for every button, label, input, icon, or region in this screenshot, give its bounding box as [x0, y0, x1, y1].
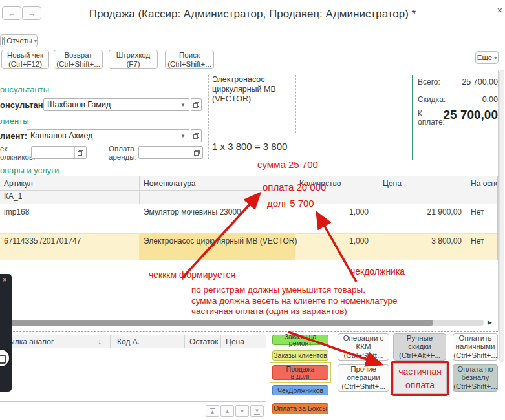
col-header-base[interactable]: На основе [471, 179, 497, 188]
clients-group-label[interactable]: лиенты [0, 116, 29, 126]
choose-icon[interactable] [74, 147, 86, 158]
barcode-shortcut: (F7) [126, 59, 140, 68]
chevron-down-icon[interactable]: ▼ [177, 99, 189, 110]
row-price: 3 800,00 [375, 236, 462, 246]
divider [502, 362, 502, 419]
bar-icon [254, 414, 260, 415]
horizontal-scrollbar-thumb[interactable] [0, 320, 433, 326]
row-articul: 67114335 /201701747 [4, 236, 81, 246]
chevron-down-icon[interactable]: ▼ [177, 130, 189, 142]
barcode-label: Штрихкод [116, 50, 150, 59]
pay-cashless-label-2: безналу [461, 373, 489, 383]
partial-payment-label-1: частичная [398, 365, 442, 379]
partial-payment-label-2: оплата [405, 379, 435, 392]
annotation-check-kkm: чекккм формируется [149, 269, 235, 280]
col-header-name[interactable]: Номенклатура [144, 179, 196, 188]
new-check-shortcut: (Ctrl+F12) [8, 59, 42, 68]
repair-orders-button[interactable]: Заказы на ремонт [272, 335, 328, 345]
annotation-note-line2: сумма должна весеть на клиенте по номенк… [191, 296, 398, 307]
nav-next-button[interactable]: ▼ [235, 405, 249, 417]
choose-icon[interactable] [191, 147, 202, 158]
col-header-analog-stock[interactable]: Остаток [189, 337, 218, 346]
reports-label: Отчеты [6, 37, 32, 45]
partial-payment-button[interactable]: частичная оплата [393, 363, 447, 394]
box-payment-button[interactable]: Оплата за Боксы [272, 403, 328, 414]
client-orders-button[interactable]: Заказы клиентов [272, 350, 328, 361]
search-button[interactable]: Поиск (Ctrl+Shift+... [165, 50, 214, 69]
annotation-debt: долг 5 700 [267, 198, 314, 209]
close-icon[interactable]: × [3, 276, 6, 284]
row-price: 21 900,00 [375, 207, 462, 216]
row-qty: 1,000 [295, 236, 369, 246]
divider [184, 335, 185, 348]
table-row-selected[interactable]: 67114335 /201701747 Электронасос циркуля… [0, 234, 497, 260]
consultants-group-label[interactable]: онсультанты [0, 85, 49, 94]
chevron-down-icon: ▾ [34, 38, 37, 44]
refund-button[interactable]: Возврат (Ctrl+Shift+... [54, 50, 103, 69]
overlay-widget-panel[interactable]: × [0, 274, 12, 392]
client-pick-button[interactable] [191, 129, 202, 142]
pay-cashless-label-1: Оплата по [457, 365, 493, 374]
kkm-operations-label-1: Операции с [343, 334, 384, 343]
reports-button[interactable]: Отчеты ▾ [0, 34, 38, 47]
refund-label: Возврат [64, 50, 92, 59]
debtors-check-input[interactable] [31, 146, 87, 159]
sort-desc-icon[interactable]: ↓ [98, 337, 102, 346]
credit-sale-label-1: Продажа [286, 366, 315, 373]
new-check-button[interactable]: Новый чек (Ctrl+F12) [1, 50, 49, 69]
other-operations-button[interactable]: Прочие операции (Ctrl+Shift+... [338, 364, 389, 392]
row-articul: imp168 [4, 207, 29, 216]
divider [0, 331, 498, 332]
kkm-operations-button[interactable]: Операции с ККМ (Ctrl+Shift... [338, 333, 389, 361]
manual-discounts-button[interactable]: Ручные скидки (Ctrl+Alt+F... [393, 333, 446, 361]
nav-prev-button[interactable]: ▲ [220, 405, 234, 417]
consultant-input[interactable]: Шахбанов Гамид ▼ [43, 98, 189, 111]
annotation-payment: оплата 20 000 [263, 182, 326, 193]
other-operations-label-1: Прочие [350, 365, 376, 374]
annotation-note: по регистрам должны уменьшится товары, с… [191, 285, 398, 317]
pay-cash-label-2: наличными [456, 342, 495, 352]
row-name: Электронасос циркулярный МВ (VECTOR) [144, 236, 297, 246]
divider [208, 75, 209, 159]
client-input[interactable]: Капланов Ахмед ▼ [27, 129, 189, 142]
col-header-price[interactable]: Цена [383, 179, 402, 188]
col-header-analog-link[interactable]: ылка аналог [9, 337, 54, 346]
rent-label-1: Оплата [109, 145, 134, 153]
col-header-analog-code[interactable]: Код А. [117, 337, 140, 346]
manual-discounts-shortcut: (Ctrl+Alt+F... [399, 352, 440, 361]
overlay-widget-bubble[interactable] [0, 350, 9, 366]
col-header-articul[interactable]: Артикул [4, 179, 33, 188]
more-button[interactable]: Еще ▾ [475, 51, 499, 64]
nav-first-button[interactable]: ▲ [206, 405, 219, 417]
row-qty: 1,000 [295, 207, 369, 216]
close-icon[interactable]: × [495, 5, 505, 15]
debtors-check-button[interactable]: ЧекДолжников [272, 385, 328, 395]
row-base: Нет [471, 207, 484, 216]
pay-cash-button[interactable]: Оплатить наличными (Ctrl+Shift+... [453, 333, 498, 361]
other-operations-shortcut: (Ctrl+Shift+... [341, 383, 385, 392]
debtors-check-label-2: олжников: [0, 153, 35, 162]
search-shortcut: (Ctrl+Shift+... [167, 59, 211, 68]
pay-cashless-button[interactable]: Оплата по безналу (Ctrl+Shift+... [453, 364, 498, 392]
repair-orders-label: Заказы на ремонт [273, 333, 328, 347]
goods-table: Артикул Номенклатура Количество Цена На … [0, 176, 498, 260]
filter-articul-value[interactable]: КА_1 [4, 192, 22, 201]
manual-discounts-label-1: Ручные [407, 334, 433, 343]
consultant-label: онсультант: [0, 100, 50, 110]
divider [0, 190, 295, 191]
debtors-check-label: ЧекДолжников [277, 387, 323, 394]
vertical-scrollbar[interactable] [499, 70, 504, 362]
divider [139, 176, 140, 204]
credit-sale-button[interactable]: Продажа в долг [272, 365, 328, 380]
divider [220, 335, 221, 348]
table-row[interactable]: imp168 Эмулятор мочевины 23000 1,000 21 … [0, 204, 497, 233]
rent-input[interactable] [138, 146, 203, 159]
goods-group-label[interactable]: овары и услуги [0, 165, 59, 175]
barcode-button[interactable]: Штрихкод (F7) [109, 50, 158, 69]
consultant-pick-button[interactable] [191, 98, 202, 111]
nav-last-button[interactable]: ▼ [250, 405, 264, 417]
col-header-analog-price[interactable]: Цена [226, 337, 244, 346]
scroll-right-icon[interactable]: ▶ [488, 319, 492, 326]
manual-discounts-label-2: скидки [408, 342, 431, 352]
consultant-value: Шахбанов Гамид [44, 100, 177, 109]
